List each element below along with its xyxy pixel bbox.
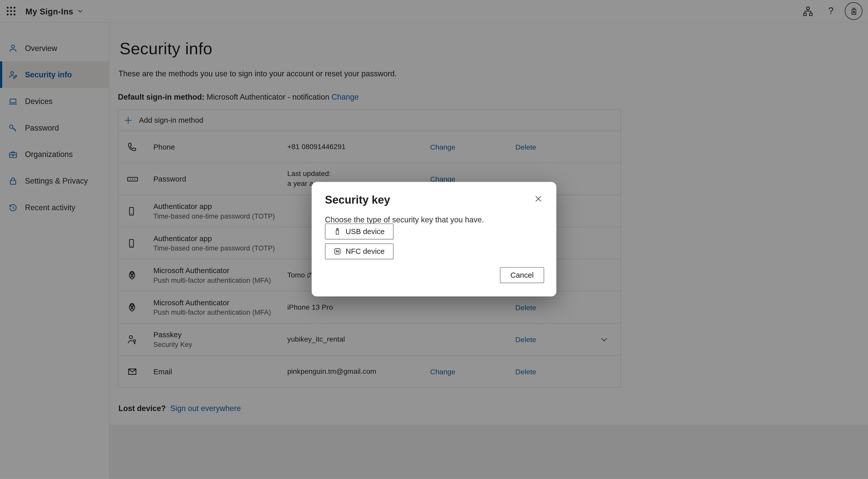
cancel-button[interactable]: Cancel [500, 267, 544, 283]
security-key-dialog: Security key Choose the type of security… [312, 182, 556, 297]
nfc-device-button[interactable]: NFC device [325, 243, 393, 260]
usb-device-label: USB device [345, 227, 384, 236]
my-signins-app: My Sign-Ins ? [0, 0, 868, 479]
usb-device-button[interactable]: USB device [325, 224, 393, 239]
nfc-icon [334, 248, 341, 255]
nfc-device-label: NFC device [346, 247, 385, 255]
dialog-title: Security key [325, 194, 390, 206]
cancel-label: Cancel [510, 271, 534, 279]
close-icon[interactable] [532, 193, 544, 205]
dialog-body-text: Choose the type of security key that you… [325, 215, 484, 224]
usb-stick-icon [334, 227, 341, 236]
